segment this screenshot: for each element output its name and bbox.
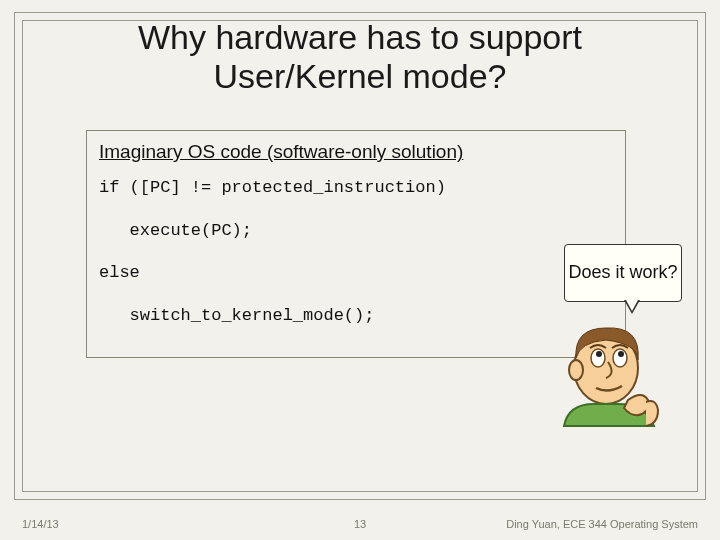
thought-bubble: Does it work? <box>564 244 682 302</box>
code-line-3: else <box>99 263 140 282</box>
footer: 1/14/13 13 Ding Yuan, ECE 344 Operating … <box>0 510 720 530</box>
svg-point-1 <box>569 360 583 380</box>
code-line-2: execute(PC); <box>99 221 252 240</box>
footer-credit: Ding Yuan, ECE 344 Operating System <box>506 518 698 530</box>
code-line-4: switch_to_kernel_mode(); <box>99 306 374 325</box>
title-line-2: User/Kernel mode? <box>214 57 507 95</box>
title-line-1: Why hardware has to support <box>138 18 582 56</box>
footer-page-number: 13 <box>354 518 366 530</box>
footer-date: 1/14/13 <box>22 518 59 530</box>
code-heading: Imaginary OS code (software-only solutio… <box>99 141 613 163</box>
slide-title: Why hardware has to support User/Kernel … <box>0 18 720 96</box>
svg-point-5 <box>618 351 624 357</box>
thinking-character-icon <box>546 308 676 428</box>
code-block: if ([PC] != protected_instruction) execu… <box>99 177 613 326</box>
code-line-1: if ([PC] != protected_instruction) <box>99 178 446 197</box>
thought-text: Does it work? <box>568 263 677 283</box>
code-box: Imaginary OS code (software-only solutio… <box>86 130 626 358</box>
svg-point-4 <box>596 351 602 357</box>
